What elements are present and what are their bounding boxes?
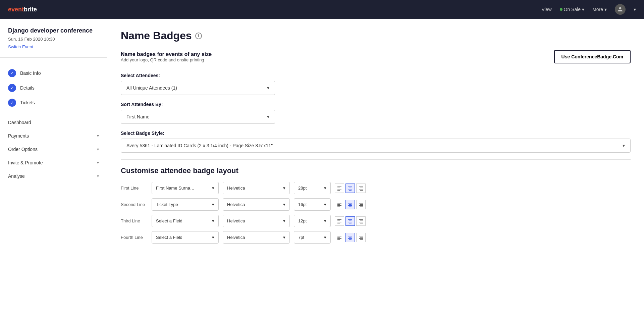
svg-rect-22	[359, 205, 363, 206]
svg-rect-37	[337, 237, 340, 238]
align-right-button[interactable]	[356, 216, 366, 226]
conference-badge-button[interactable]: Use ConferenceBadge.Com	[554, 50, 631, 63]
svg-rect-39	[337, 239, 340, 240]
size-select-1[interactable]: 16pt ▾	[294, 198, 331, 211]
divider	[121, 159, 631, 160]
svg-rect-30	[348, 222, 352, 222]
size-select-0[interactable]: 28pt ▾	[294, 182, 331, 194]
chevron-down-icon: ▾	[634, 7, 636, 12]
svg-rect-3	[337, 190, 340, 191]
svg-rect-25	[337, 220, 340, 221]
promo-text: Name badges for events of any size Add y…	[121, 51, 212, 62]
size-select-2[interactable]: 12pt ▾	[294, 215, 331, 227]
promo-description: Add your logo, QR code and onsite printi…	[121, 57, 212, 62]
align-center-button[interactable]	[345, 184, 355, 193]
sidebar-item-analyse[interactable]: Analyse ▾	[0, 169, 107, 183]
align-group-1	[335, 200, 366, 209]
svg-rect-24	[337, 219, 341, 220]
align-right-button[interactable]	[356, 233, 366, 242]
sort-select[interactable]: First Name ▾	[121, 110, 275, 124]
svg-rect-42	[348, 238, 352, 239]
attendees-select[interactable]: All Unique Attendees (1) ▾	[121, 81, 275, 95]
top-navigation: eventbrite View On Sale ▾ More ▾ ▾	[0, 0, 644, 19]
font-select-0[interactable]: Helvetica ▾	[223, 182, 290, 194]
font-select-2[interactable]: Helvetica ▾	[223, 215, 290, 227]
promo-section: Name badges for events of any size Add y…	[121, 50, 631, 63]
field-select-1[interactable]: Ticket Type ▾	[152, 198, 219, 211]
step-circle-tickets: ✓	[8, 99, 16, 107]
font-select-1[interactable]: Helvetica ▾	[223, 198, 290, 211]
sidebar-item-order-options[interactable]: Order Options ▾	[0, 143, 107, 156]
row-label: Third Line	[121, 218, 148, 223]
align-group-0	[335, 184, 366, 193]
layout: Django developer conference Sun, 16 Feb …	[0, 19, 644, 312]
align-center-button[interactable]	[345, 216, 355, 226]
field-select-0[interactable]: First Name Surna… ▾	[152, 182, 219, 194]
svg-rect-29	[349, 220, 352, 221]
switch-event-link[interactable]: Switch Event	[8, 44, 99, 49]
step-circle-basic-info: ✓	[8, 69, 16, 77]
avatar[interactable]	[615, 4, 626, 15]
row-label: First Line	[121, 186, 148, 191]
nav-right: View On Sale ▾ More ▾ ▾	[541, 4, 636, 15]
svg-rect-7	[349, 190, 352, 191]
svg-rect-26	[337, 222, 341, 222]
chevron-down-icon: ▾	[623, 143, 625, 148]
svg-rect-28	[348, 219, 352, 220]
chevron-down-icon: ▾	[97, 160, 99, 165]
align-right-button[interactable]	[356, 184, 366, 193]
chevron-down-icon: ▾	[267, 85, 269, 91]
field-select-2[interactable]: Select a Field ▾	[152, 215, 219, 227]
chevron-down-icon: ▾	[283, 218, 285, 223]
size-select-3[interactable]: 7pt ▾	[294, 231, 331, 244]
svg-rect-21	[360, 204, 363, 205]
row-label: Second Line	[121, 202, 148, 207]
align-left-button[interactable]	[335, 216, 344, 226]
align-right-button[interactable]	[356, 200, 366, 209]
sidebar-item-invite-promote[interactable]: Invite & Promote ▾	[0, 156, 107, 169]
status-dot	[560, 8, 562, 11]
svg-rect-27	[337, 223, 340, 223]
svg-rect-0	[337, 187, 341, 187]
align-center-button[interactable]	[345, 233, 355, 242]
attendees-group: Select Attendees: All Unique Attendees (…	[121, 73, 631, 95]
svg-rect-1	[337, 188, 340, 188]
view-button[interactable]: View	[541, 7, 551, 12]
svg-rect-4	[348, 187, 352, 187]
chevron-down-icon: ▾	[212, 202, 214, 207]
sort-label: Sort Attendees By:	[121, 102, 631, 107]
svg-rect-19	[349, 206, 352, 207]
sidebar-item-payments[interactable]: Payments ▾	[0, 129, 107, 143]
step-label-basic-info: Basic Info	[20, 70, 41, 76]
align-left-button[interactable]	[335, 233, 344, 242]
field-select-3[interactable]: Select a Field ▾	[152, 231, 219, 244]
align-left-button[interactable]	[335, 184, 344, 193]
svg-rect-20	[359, 203, 363, 204]
svg-rect-2	[337, 189, 341, 190]
step-basic-info[interactable]: ✓ Basic Info	[0, 66, 107, 81]
status-dropdown[interactable]: On Sale ▾	[560, 7, 585, 12]
badge-row: Second Line Ticket Type ▾ Helvetica ▾ 16…	[121, 198, 631, 211]
chevron-down-icon: ▾	[324, 202, 326, 207]
chevron-down-icon: ▾	[283, 186, 285, 191]
svg-rect-13	[337, 204, 340, 205]
font-select-3[interactable]: Helvetica ▾	[223, 231, 290, 244]
chevron-down-icon: ▾	[582, 7, 584, 12]
page-title: Name Badges ℹ	[121, 30, 631, 42]
info-icon[interactable]: ℹ	[195, 33, 202, 39]
align-left-button[interactable]	[335, 200, 344, 209]
customise-title: Customise attendee badge layout	[121, 166, 631, 175]
svg-rect-40	[348, 236, 352, 237]
more-dropdown[interactable]: More ▾	[592, 7, 607, 12]
step-tickets[interactable]: ✓ Tickets	[0, 95, 107, 110]
svg-rect-32	[359, 219, 363, 220]
chevron-down-icon: ▾	[212, 235, 214, 240]
account-chevron[interactable]: ▾	[634, 7, 636, 12]
align-center-button[interactable]	[345, 200, 355, 209]
nav-steps: ✓ Basic Info ✓ Details ✓ Tickets	[0, 63, 107, 113]
chevron-down-icon: ▾	[267, 114, 269, 119]
sidebar-item-dashboard[interactable]: Dashboard	[0, 116, 107, 129]
badge-style-select[interactable]: Avery 5361 - Laminated ID Cards (2 x 3 1…	[121, 139, 631, 153]
step-details[interactable]: ✓ Details	[0, 81, 107, 95]
svg-rect-16	[348, 203, 352, 204]
